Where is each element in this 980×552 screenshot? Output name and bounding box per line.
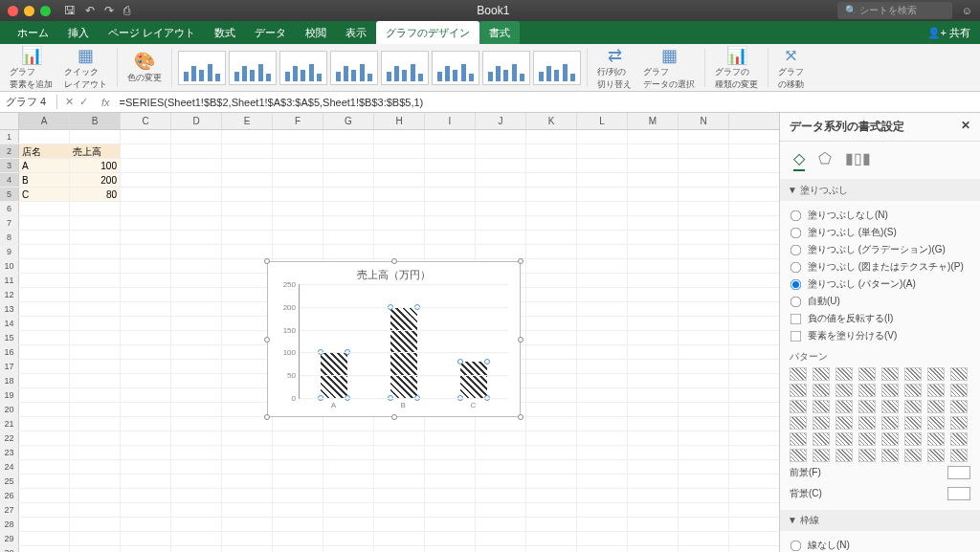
border-section-header[interactable]: ▼ 枠線 [780,510,980,531]
pattern-swatch[interactable] [858,449,876,462]
pattern-swatch[interactable] [835,416,853,430]
pattern-swatch[interactable] [858,367,876,381]
series-options-icon[interactable]: ▮▯▮ [845,149,871,171]
pattern-swatch[interactable] [858,400,876,413]
cancel-icon[interactable]: ✕ [65,96,74,108]
col-header[interactable]: D [171,113,222,129]
col-header[interactable]: H [374,113,425,129]
pattern-swatch[interactable] [858,432,876,446]
col-header[interactable]: I [425,113,476,129]
fill-gradient-radio[interactable]: 塗りつぶし (グラデーション)(G) [790,241,970,258]
chart-style-thumb[interactable] [432,51,479,85]
tab-chart-design[interactable]: グラフのデザイン [376,21,479,44]
pattern-swatch[interactable] [950,367,968,381]
worksheet[interactable]: A B C D E F G H I J K L M N 12店名売上高（万円）3… [0,113,779,552]
pattern-swatch[interactable] [904,449,922,462]
pattern-swatch[interactable] [904,384,922,397]
pattern-swatch[interactable] [904,367,922,381]
pattern-swatch[interactable] [950,416,968,430]
chart-title[interactable]: 売上高（万円） [268,262,520,284]
switch-row-col-button[interactable]: ⇄行/列の 切り替え [593,45,635,91]
pattern-swatch[interactable] [904,432,922,446]
border-none-radio[interactable]: 線なし(N) [790,537,970,552]
effects-icon[interactable]: ⬠ [818,149,832,171]
pattern-swatch[interactable] [813,367,830,381]
vary-colors-check[interactable]: 要素を塗り分ける(V) [790,327,970,344]
fill-solid-radio[interactable]: 塗りつぶし (単色)(S) [790,224,970,241]
pattern-swatch[interactable] [881,384,899,397]
pattern-swatch[interactable] [927,367,945,381]
fill-pattern-radio[interactable]: 塗りつぶし (パターン)(A) [790,276,970,293]
pattern-swatch[interactable] [927,416,945,430]
close-icon[interactable] [8,6,18,16]
fx-icon[interactable]: fx [96,97,116,108]
pattern-swatch[interactable] [950,449,968,462]
col-header[interactable]: F [273,113,323,129]
change-colors-button[interactable]: 🎨色の変更 [123,51,166,84]
tab-page-layout[interactable]: ページ レイアウト [99,21,205,44]
chart-style-thumb[interactable] [178,51,226,85]
pattern-swatch[interactable] [813,449,830,462]
chart-style-gallery[interactable] [178,51,581,85]
pattern-swatch[interactable] [927,432,945,446]
add-chart-element-button[interactable]: 📊グラフ 要素を追加 [6,45,56,91]
close-pane-icon[interactable]: ✕ [961,119,970,135]
change-chart-type-button[interactable]: 📊グラフの 種類の変更 [711,45,762,91]
print-icon[interactable]: ⎙ [123,4,130,17]
chart-style-thumb[interactable] [229,51,277,85]
pattern-swatch[interactable] [835,449,853,462]
chart-object[interactable]: 売上高（万円） 050100150200250 ABC [267,261,521,417]
undo-icon[interactable]: ↶ [85,4,95,17]
col-header[interactable]: E [222,113,273,129]
pattern-swatch[interactable] [858,384,876,397]
share-button[interactable]: 👤+ 共有 [918,22,980,44]
pattern-swatch[interactable] [790,449,807,462]
col-header[interactable]: L [577,113,628,129]
tab-data[interactable]: データ [245,21,296,44]
color-chip[interactable] [947,466,970,479]
pattern-swatch[interactable] [881,449,899,462]
pattern-swatch[interactable] [835,367,853,381]
tab-home[interactable]: ホーム [8,21,58,44]
quick-layout-button[interactable]: ▦クイック レイアウト [60,45,111,91]
pattern-swatch[interactable] [881,416,899,430]
select-data-button[interactable]: ▦グラフ データの選択 [639,45,699,91]
minimize-icon[interactable] [24,6,34,16]
pattern-swatch[interactable] [835,432,853,446]
fill-line-icon[interactable]: ◇ [793,149,805,171]
tab-formulas[interactable]: 数式 [205,21,245,44]
background-color-row[interactable]: 背景(C) [790,483,970,504]
chart-style-thumb[interactable] [482,51,530,85]
zoom-icon[interactable] [40,6,51,16]
pattern-swatch[interactable] [881,367,899,381]
tab-review[interactable]: 校閲 [296,21,336,44]
save-icon[interactable]: 🖫 [64,4,76,17]
col-header[interactable]: B [70,113,121,129]
pattern-swatch[interactable] [858,416,876,430]
pattern-swatch[interactable] [790,367,807,381]
chart-style-thumb[interactable] [381,51,429,85]
pattern-swatch[interactable] [950,384,968,397]
pattern-swatch[interactable] [904,416,922,430]
pattern-swatch[interactable] [813,400,830,413]
tab-view[interactable]: 表示 [336,21,376,44]
chart-style-thumb[interactable] [330,51,378,85]
col-header[interactable]: M [628,113,679,129]
name-box[interactable]: グラフ 4 [0,95,57,109]
pattern-picker[interactable] [790,367,970,462]
redo-icon[interactable]: ↷ [104,4,114,17]
color-chip[interactable] [947,487,970,500]
pattern-swatch[interactable] [950,432,968,446]
pattern-swatch[interactable] [835,400,853,413]
fill-section-header[interactable]: ▼ 塗りつぶし [780,180,980,201]
search-input[interactable]: 🔍 シートを検索 [837,2,952,19]
feedback-icon[interactable]: ☺ [962,5,972,16]
chart-plot-area[interactable]: 050100150200250 [299,284,508,399]
chart-style-thumb[interactable] [279,51,327,85]
tab-insert[interactable]: 挿入 [58,21,99,44]
pattern-swatch[interactable] [790,384,807,397]
col-header[interactable]: A [19,113,70,129]
move-chart-button[interactable]: ⤧グラフ の移動 [774,45,808,91]
pattern-swatch[interactable] [950,400,968,413]
pattern-swatch[interactable] [835,384,853,397]
